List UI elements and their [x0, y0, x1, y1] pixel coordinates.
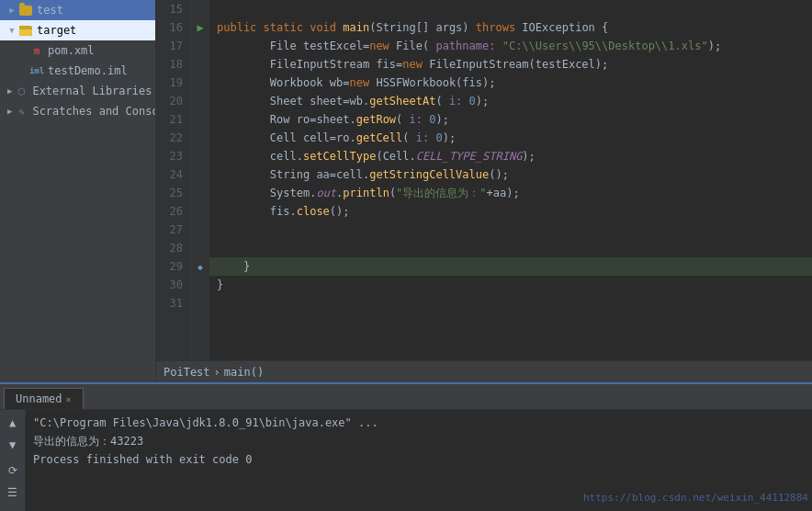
console-output: "C:\Program Files\Java\jdk1.8.0_91\bin\j…	[26, 410, 812, 511]
paren-close-17: );	[708, 37, 721, 55]
run-marker-19	[191, 74, 209, 92]
param-i-21: i:	[410, 110, 430, 129]
type-string-24: String	[270, 165, 317, 184]
sidebar-label-test: test	[37, 4, 63, 17]
kw-public: public	[217, 18, 264, 37]
code-line-16: public static void main(String[] args) t…	[209, 18, 812, 37]
console-toolbar: ▲ ▼ ⟳ ☰	[0, 410, 26, 511]
method-setcelltype: setCellType	[303, 147, 376, 165]
field-out: out	[316, 184, 336, 202]
breadcrumb-method: main()	[224, 366, 264, 379]
method-main: main	[343, 18, 369, 37]
type-sheet: Sheet	[270, 92, 310, 110]
watermark-text: https://blog.csdn.net/weixin_44112884	[583, 489, 808, 507]
breakpoint-icon: ◆	[197, 262, 203, 272]
folder-icon-target	[18, 23, 33, 38]
code-line-24: String aa=cell.getStringCellValue();	[209, 165, 812, 184]
field-celltype: CELL_TYPE_STRING	[416, 147, 523, 165]
line-num-18: 18	[156, 55, 183, 74]
code-line-20: Sheet sheet=wb.getSheetAt( i: 0);	[209, 92, 812, 110]
breadcrumb-bar: PoiTest › main()	[156, 360, 812, 382]
line-num-15: 15	[156, 0, 183, 18]
code-line-22: Cell cell=ro.getCell( i: 0);	[209, 129, 812, 147]
rerun-button[interactable]: ⟳	[4, 461, 22, 480]
indent-26	[217, 202, 270, 221]
maven-icon: m	[29, 43, 44, 58]
scratches-icon: ✎	[14, 104, 28, 119]
line-num-19: 19	[156, 74, 183, 92]
paren-25: (	[389, 184, 396, 202]
paren-row: (	[396, 110, 409, 129]
method-println: println	[343, 184, 389, 202]
indent-22	[217, 129, 270, 147]
indent-24	[217, 165, 270, 184]
code-line-29: }	[209, 257, 812, 276]
class-ioexception: IOException {	[522, 18, 608, 37]
kw-new-19: new	[350, 74, 377, 92]
line-num-31: 31	[156, 294, 183, 312]
code-line-30: }	[209, 276, 812, 294]
str-path: "C:\\Users\\95\\Desktop\\1.xls"	[502, 37, 708, 55]
editor-area: 15 16 17 18 19 20 21 22 23 24 25 26 27 2…	[156, 0, 812, 382]
paren-open: (String[] args)	[369, 18, 476, 37]
console-tab-label: Unnamed	[16, 392, 62, 405]
param-i-22: i:	[416, 129, 436, 147]
scroll-up-button[interactable]: ▲	[4, 414, 22, 432]
paren-23: (Cell.	[376, 147, 415, 165]
kw-new-17: new	[369, 37, 396, 55]
code-line-18: FileInputStream fis=new FileInputStream(…	[209, 55, 812, 74]
line-num-26: 26	[156, 202, 183, 221]
run-marker-29[interactable]: ◆	[191, 257, 209, 276]
paren-sheet: (	[435, 92, 448, 110]
indent-18	[217, 55, 270, 74]
var-fis-close: fis.	[270, 202, 297, 221]
class-hssf: HSSFWorkbook(fis);	[376, 74, 495, 92]
class-system: System.	[270, 184, 317, 202]
param-pathname: pathname:	[435, 37, 502, 55]
brace-close-30: }	[217, 276, 223, 294]
run-marker-28	[191, 239, 209, 257]
code-line-15	[209, 0, 812, 18]
run-marker-30	[191, 276, 209, 294]
run-marker-27	[191, 221, 209, 239]
close-20: );	[476, 92, 489, 110]
line-num-23: 23	[156, 147, 183, 165]
console-tab-unnamed[interactable]: Unnamed ✕	[4, 388, 84, 409]
kw-new-18: new	[402, 55, 429, 74]
paren-cell: (	[402, 129, 415, 147]
indent-19	[217, 74, 270, 92]
tab-close-icon[interactable]: ✕	[66, 394, 72, 404]
num-0-20: 0	[469, 92, 476, 110]
sidebar-item-testdemo[interactable]: ▶ iml testDemo.iml	[0, 61, 155, 81]
var-cell-23: cell.	[270, 147, 303, 165]
code-line-31	[209, 294, 812, 312]
type-cell: Cell	[270, 129, 303, 147]
indent-17	[217, 37, 270, 55]
sidebar-item-scratches[interactable]: ▶ ✎ Scratches and Consoles	[0, 101, 155, 121]
code-line-28	[209, 239, 812, 257]
sidebar-item-target[interactable]: ▼ target	[0, 20, 155, 40]
code-editor[interactable]: 15 16 17 18 19 20 21 22 23 24 25 26 27 2…	[156, 0, 812, 360]
close-22: );	[443, 129, 456, 147]
type-fis: FileInputStream	[270, 55, 377, 74]
folder-icon-test	[18, 3, 33, 17]
run-marker-22	[191, 129, 209, 147]
indent-29	[217, 257, 243, 276]
line-num-22: 22	[156, 129, 183, 147]
kw-static: static	[264, 18, 310, 37]
code-content[interactable]: public static void main(String[] args) t…	[209, 0, 812, 360]
sidebar-item-extlibs[interactable]: ▶ ⬡ External Libraries	[0, 81, 155, 101]
code-line-17: File testExcel=new File( pathname: "C:\\…	[209, 37, 812, 55]
method-getrow: getRow	[356, 110, 396, 129]
code-line-21: Row ro=sheet.getRow( i: 0);	[209, 110, 812, 129]
indent-25	[217, 184, 270, 202]
scroll-down-button[interactable]: ▼	[4, 436, 22, 454]
sidebar-item-pom[interactable]: ▶ m pom.xml	[0, 40, 155, 61]
run-marker-23	[191, 147, 209, 165]
sidebar-item-test[interactable]: ▶ test	[0, 0, 155, 20]
indent-21	[217, 110, 270, 129]
stop-button[interactable]: ☰	[4, 483, 22, 502]
run-marker-16[interactable]: ▶	[191, 18, 209, 37]
line-num-24: 24	[156, 165, 183, 184]
method-getstringcellvalue: getStringCellValue	[369, 165, 489, 184]
